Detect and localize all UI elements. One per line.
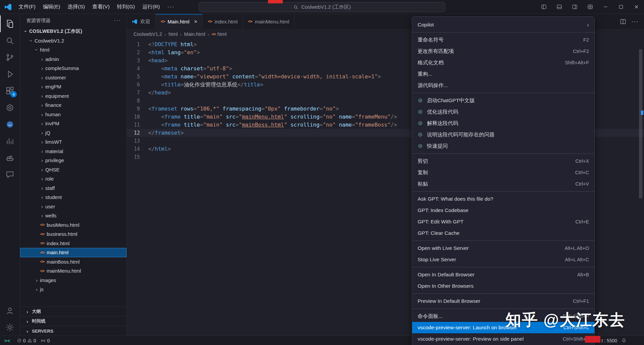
activity-explorer[interactable] [0, 15, 20, 32]
tree-folder-COSLWEBV1.2 (工作区)[interactable]: ›COSLWEBV1.2 (工作区) [20, 27, 126, 36]
tree-folder-QHSE[interactable]: ›QHSE [20, 165, 126, 175]
breadcrumb-item[interactable]: <>html [212, 31, 227, 37]
menu-item[interactable]: Stop Live ServerAlt+L Alt+C [412, 254, 594, 265]
menu-item[interactable]: 重构... [412, 68, 594, 80]
menu-item[interactable]: 启动ChatGPT中文版 [412, 95, 594, 106]
workspace-search-box[interactable]: CoslwebV1.2 (工作区) [199, 2, 445, 12]
tree-folder-student[interactable]: ›student [20, 193, 126, 202]
breadcrumb-item[interactable]: CoslwebV1.2 [133, 31, 162, 37]
sidebar-section-时间线[interactable]: ›时间线 [20, 316, 126, 326]
tree-folder-js[interactable]: ›js [20, 285, 126, 294]
menu-item[interactable]: Ask GPT: What does this file do? [412, 193, 594, 205]
tree-folder-html[interactable]: ›html [20, 45, 126, 55]
tree-folder-privilege[interactable]: ›privilege [20, 156, 126, 165]
tree-folder-customer[interactable]: ›customer [20, 73, 126, 82]
maximize-button[interactable] [613, 0, 629, 14]
close-button[interactable] [629, 0, 644, 14]
tree-folder-equipment[interactable]: ›equipment [20, 91, 126, 101]
menubar-item[interactable]: 选择(S) [64, 2, 89, 11]
tree-file-busiMenu.html[interactable]: <>busiMenu.html [20, 220, 126, 230]
breadcrumb-item[interactable]: html [168, 31, 177, 37]
activity-lims[interactable] [0, 133, 20, 149]
activity-account[interactable] [0, 302, 20, 319]
remote-icon[interactable]: >< [0, 338, 14, 343]
activity-chatgpt[interactable] [0, 99, 20, 116]
menu-item[interactable]: GPT: Clear Cache [412, 227, 594, 239]
sidebar-section-SERVERS[interactable]: ›SERVERS [20, 326, 126, 336]
menu-item[interactable]: 解释这段代码 [412, 118, 594, 129]
menu-item[interactable]: Preview In Default BrowserCtrl+F1 [412, 295, 594, 307]
menubar-item[interactable]: 运行(R) [139, 2, 164, 11]
tree-folder-engPM[interactable]: ›engPM [20, 82, 126, 91]
editor-scrollbar[interactable] [639, 49, 642, 198]
menu-item[interactable]: vscode-preview-server: Preview on side p… [412, 333, 594, 345]
tree-folder-role[interactable]: ›role [20, 174, 126, 184]
live-server-port[interactable]: t : 5500 [601, 338, 617, 343]
more-actions-icon[interactable]: ··· [632, 18, 639, 25]
sidebar-more-icon[interactable]: ··· [114, 17, 121, 23]
tree-file-mainMenu.html[interactable]: <>mainMenu.html [20, 266, 126, 276]
tree-folder-CoslwebV1.2[interactable]: ›CoslwebV1.2 [20, 36, 126, 46]
menu-item[interactable]: 优化这段代码 [412, 106, 594, 118]
menubar-item[interactable]: 查看(V) [89, 2, 113, 11]
tree-folder-admin[interactable]: ›admin [20, 55, 126, 64]
tab-mainMenu.html[interactable]: <>mainMenu.html [243, 14, 294, 29]
menubar-item[interactable]: 转到(G) [113, 2, 139, 11]
menu-item[interactable]: 复制Ctrl+C [412, 167, 594, 178]
menubar-item[interactable]: 文件(F) [15, 2, 39, 11]
toggle-sidebar-icon[interactable] [536, 0, 551, 14]
toggle-secondary-sidebar-icon[interactable] [567, 0, 582, 14]
menu-item[interactable]: GPT: Index Codebase [412, 205, 594, 216]
tree-folder-compleSumma[interactable]: ›compleSumma [20, 64, 126, 73]
tree-folder-invPM[interactable]: ›invPM [20, 119, 126, 128]
tree-folder-finance[interactable]: ›finance [20, 100, 126, 110]
tree-folder-material[interactable]: ›material [20, 147, 126, 156]
activity-search[interactable] [0, 32, 20, 49]
menu-item[interactable]: 重命名符号F2 [412, 34, 594, 46]
activity-extensions[interactable]: 4 [0, 82, 20, 99]
menu-item[interactable]: Open In Default BrowserAlt+B [412, 269, 594, 280]
tab-欢迎[interactable]: 欢迎 [127, 14, 156, 29]
tree-file-main.html[interactable]: <>main.html [20, 248, 126, 257]
activity-source-control[interactable] [0, 49, 20, 66]
toggle-panel-icon[interactable] [551, 0, 567, 14]
activity-settings[interactable] [0, 319, 20, 336]
tree-folder-wells[interactable]: ›wells [20, 211, 126, 220]
menu-overflow-button[interactable]: ··· [164, 2, 178, 12]
menu-item[interactable]: 粘贴Ctrl+V [412, 178, 594, 190]
menu-item[interactable]: 说明这段代码可能存在的问题 [412, 129, 594, 140]
menu-item[interactable]: GPT: Edit With GPTCtrl+E [412, 216, 594, 227]
menu-item[interactable]: Open In Other Browsers [412, 280, 594, 292]
menu-item[interactable]: Copilot› [412, 19, 594, 30]
tree-folder-jQ[interactable]: ›jQ [20, 128, 126, 138]
bell-icon[interactable] [621, 338, 627, 343]
tree-folder-images[interactable]: ›images [20, 276, 126, 285]
menu-item[interactable]: 源代码操作... [412, 80, 594, 91]
tree-file-index.html[interactable]: <>index.html [20, 239, 126, 248]
menu-item[interactable]: 快速提问 [412, 140, 594, 152]
menu-item[interactable]: 更改所有匹配项Ctrl+F2 [412, 46, 594, 57]
tree-folder-user[interactable]: ›user [20, 202, 126, 211]
tree-folder-limsWT[interactable]: ›limsWT [20, 137, 126, 147]
menu-item[interactable]: 格式化文档Shift+Alt+F [412, 57, 594, 68]
customize-layout-icon[interactable] [582, 0, 598, 14]
close-icon[interactable]: × [194, 19, 197, 24]
tree-folder-staff[interactable]: ›staff [20, 184, 126, 193]
tree-file-mainBoss.html[interactable]: <>mainBoss.html [20, 257, 126, 267]
menu-item[interactable]: Open with Live ServerAlt+L Alt+O [412, 243, 594, 254]
tab-Main.html[interactable]: <>Main.html× [156, 14, 203, 29]
activity-ai-assistant[interactable] [0, 116, 20, 133]
problems-status[interactable]: 0 0 [14, 338, 39, 343]
split-editor-icon[interactable] [620, 18, 626, 25]
activity-feedback[interactable] [0, 166, 20, 183]
sidebar-section-大纲[interactable]: ›大纲 [20, 306, 126, 316]
tab-index.html[interactable]: <>index.html [203, 14, 243, 29]
tree-file-business.html[interactable]: <>business.html [20, 229, 126, 239]
ports-status[interactable]: 0 [38, 338, 52, 343]
breadcrumb-item[interactable]: Main.html [184, 31, 205, 37]
tree-folder-human[interactable]: ›human [20, 110, 126, 119]
activity-ship[interactable] [0, 149, 20, 166]
minimize-button[interactable] [598, 0, 613, 14]
menu-item[interactable]: 剪切Ctrl+X [412, 155, 594, 167]
menubar-item[interactable]: 编辑(E) [39, 2, 64, 11]
